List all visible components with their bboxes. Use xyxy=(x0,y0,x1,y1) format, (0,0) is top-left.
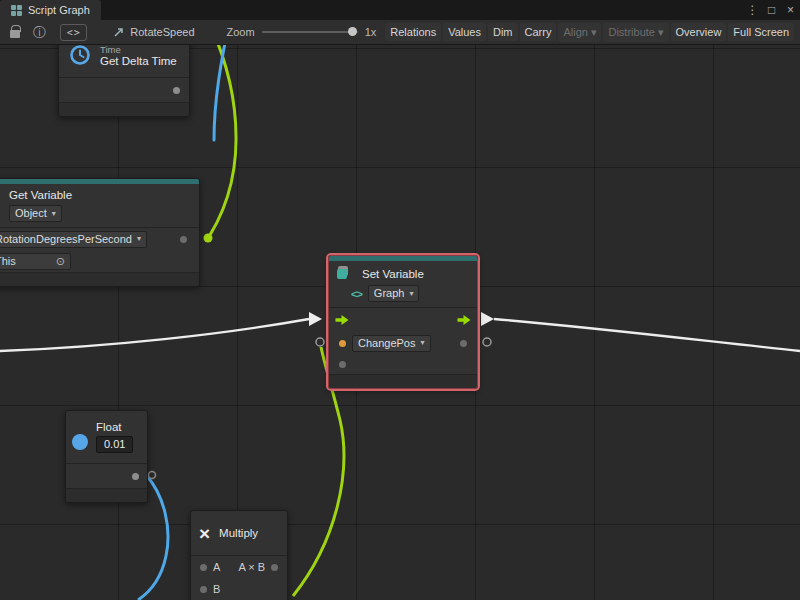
zoom-label: Zoom xyxy=(227,26,255,38)
object-target-field[interactable]: This ⊙ xyxy=(0,253,71,270)
node-title: Get Variable xyxy=(9,189,191,201)
window-menu-button[interactable]: ⋮ xyxy=(743,3,762,17)
relations-button[interactable]: Relations xyxy=(385,23,441,41)
lock-icon[interactable] xyxy=(10,30,20,38)
zoom-slider-handle[interactable] xyxy=(348,27,357,36)
chevron-down-icon: ▾ xyxy=(137,235,141,243)
node-multiply[interactable]: × Multiply A A × B B xyxy=(190,510,288,600)
input-port-a[interactable] xyxy=(200,564,207,571)
info-icon[interactable]: ⓘ xyxy=(33,26,46,39)
close-button[interactable]: × xyxy=(781,3,800,17)
graph-toolbar: ⓘ <> RotateSpeed Zoom 1x Relations Value… xyxy=(0,20,800,45)
name-port[interactable] xyxy=(180,236,187,243)
float-icon xyxy=(72,434,88,450)
target-picker-icon: ⊙ xyxy=(56,256,65,267)
node-title: Float xyxy=(96,421,122,433)
align-button[interactable]: Align ▾ xyxy=(558,23,601,42)
variable-scope-dropdown[interactable]: Object ▾ xyxy=(9,205,62,222)
node-title: Get Delta Time xyxy=(100,55,177,67)
node-set-variable[interactable]: Set Variable <> Graph ▾ ChangePos xyxy=(328,255,478,389)
graph-breadcrumb[interactable]: RotateSpeed xyxy=(130,26,194,38)
node-footer xyxy=(0,273,199,286)
maximize-button[interactable]: □ xyxy=(762,3,781,17)
chevron-down-icon: ▾ xyxy=(52,210,56,218)
graph-asset-icon xyxy=(113,26,125,38)
zoom-value: 1x xyxy=(365,26,377,38)
full-screen-button[interactable]: Full Screen xyxy=(728,23,794,41)
float-value-input[interactable]: 0.01 xyxy=(96,436,133,453)
node-get-variable[interactable]: Get Variable Object ▾ RotationDegreesPer… xyxy=(0,178,200,287)
tab-script-graph[interactable]: Script Graph xyxy=(0,0,101,20)
distribute-button[interactable]: Distribute ▾ xyxy=(603,23,668,42)
flow-output-port[interactable] xyxy=(457,315,471,325)
carry-button[interactable]: Carry xyxy=(520,23,557,41)
dim-button[interactable]: Dim xyxy=(488,23,518,41)
graph-kind-icon: <> xyxy=(351,288,362,300)
input-port-b[interactable] xyxy=(200,586,207,593)
variable-name-dropdown[interactable]: RotationDegreesPerSecond ▾ xyxy=(0,231,147,248)
fallback-port[interactable] xyxy=(339,361,346,368)
variable-scope-dropdown[interactable]: Graph ▾ xyxy=(368,285,420,302)
node-footer xyxy=(66,489,147,502)
node-footer xyxy=(59,103,189,116)
code-view-button[interactable]: <> xyxy=(60,24,87,41)
chevron-down-icon: ▾ xyxy=(421,339,425,347)
unity-editor-window: Time Get Delta Time Get Variable Object … xyxy=(0,0,800,600)
node-float-literal[interactable]: Float 0.01 xyxy=(65,410,148,503)
node-title: Multiply xyxy=(219,527,258,539)
chevron-down-icon: ▾ xyxy=(409,290,413,298)
variable-icon xyxy=(337,266,355,282)
node-title: Set Variable xyxy=(362,268,424,280)
variable-name-dropdown[interactable]: ChangePos ▾ xyxy=(352,335,431,352)
overview-button[interactable]: Overview xyxy=(671,23,727,41)
output-port-result[interactable] xyxy=(271,564,278,571)
node-category: Time xyxy=(100,44,177,55)
value-input-port[interactable] xyxy=(339,340,346,347)
flow-input-port[interactable] xyxy=(335,315,349,325)
values-button[interactable]: Values xyxy=(443,23,486,41)
value-output-port[interactable] xyxy=(460,340,467,347)
clock-icon xyxy=(69,44,91,66)
output-port[interactable] xyxy=(173,87,180,94)
zoom-slider[interactable] xyxy=(262,31,358,33)
node-footer xyxy=(329,375,477,388)
graph-tab-icon xyxy=(11,5,22,16)
window-tab-bar: Script Graph ⋮ □ × xyxy=(0,0,800,20)
multiply-icon: × xyxy=(199,524,210,543)
output-port[interactable] xyxy=(132,473,139,480)
